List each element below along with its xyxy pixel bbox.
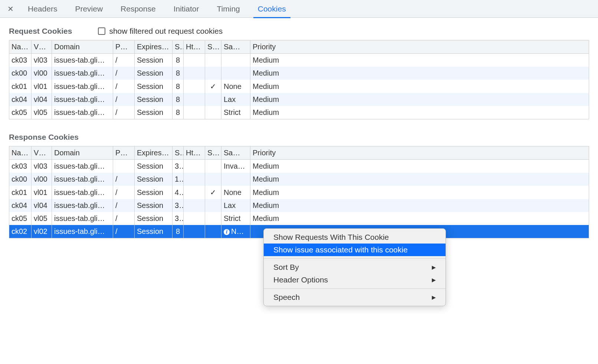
col-header-http[interactable]: Ht…: [184, 146, 205, 160]
table-row[interactable]: ck00vl00issues-tab.gli…/Session8Medium: [9, 67, 589, 80]
table-row[interactable]: ck05vl05issues-tab.gli…/Session8StrictMe…: [9, 106, 589, 119]
close-icon[interactable]: ✕: [4, 4, 19, 13]
table-row[interactable]: ck01vl01issues-tab.gli…/Session8✓NoneMed…: [9, 80, 589, 93]
filter-checkbox[interactable]: [98, 27, 105, 35]
table-cell: ck00: [9, 67, 32, 80]
table-cell: Medium: [250, 173, 589, 186]
filter-checkbox-wrap[interactable]: show filtered out request cookies: [98, 27, 223, 36]
table-cell: Medium: [250, 54, 589, 67]
table-cell: [205, 67, 221, 80]
table-cell: vl03: [32, 54, 52, 67]
menu-divider: [264, 258, 446, 259]
table-cell: Session: [135, 225, 172, 238]
table-cell: ck00: [9, 173, 32, 186]
col-header-http[interactable]: Ht…: [184, 40, 205, 54]
table-cell: Medium: [250, 199, 589, 212]
table-cell: Medium: [250, 106, 589, 119]
chevron-right-icon: ▶: [432, 264, 436, 270]
info-icon: i: [224, 229, 230, 235]
table-cell: Lax: [221, 93, 250, 106]
col-header-samesite[interactable]: Sa…: [221, 40, 250, 54]
col-header-domain[interactable]: Domain: [52, 40, 113, 54]
menu-item-label: Speech: [273, 293, 300, 302]
table-cell: 3..: [172, 199, 184, 212]
table-cell: ✓: [205, 80, 221, 93]
table-cell: vl05: [32, 106, 52, 119]
col-header-size[interactable]: S.: [172, 40, 184, 54]
table-row[interactable]: ck04vl04issues-tab.gli…/Session3..LaxMed…: [9, 199, 589, 212]
table-cell: issues-tab.gli…: [52, 225, 113, 238]
col-header-priority[interactable]: Priority: [250, 40, 589, 54]
col-header-name[interactable]: Na…: [9, 146, 32, 160]
menu-show-issue[interactable]: Show issue associated with this cookie: [264, 244, 446, 256]
table-cell: ck04: [9, 93, 32, 106]
table-row[interactable]: ck00vl00issues-tab.gli…/Session1..Medium: [9, 173, 589, 186]
table-cell: Medium: [250, 80, 589, 93]
table-cell: iN…: [221, 225, 250, 238]
tab-preview[interactable]: Preview: [66, 0, 112, 18]
table-cell: [184, 199, 205, 212]
col-header-expires[interactable]: Expires…: [135, 40, 172, 54]
table-cell: [221, 67, 250, 80]
table-cell: Inva…: [221, 160, 250, 173]
cookies-panel: Request Cookies show filtered out reques…: [0, 18, 598, 244]
table-row[interactable]: ck03vl03issues-tab.gli…/Session8Medium: [9, 54, 589, 67]
table-cell: 3..: [172, 212, 184, 225]
table-cell: [184, 212, 205, 225]
col-header-samesite[interactable]: Sa…: [221, 146, 250, 160]
col-header-name[interactable]: Na…: [9, 40, 32, 54]
table-cell: issues-tab.gli…: [52, 199, 113, 212]
col-header-expires[interactable]: Expires…: [135, 146, 172, 160]
table-cell: vl00: [32, 173, 52, 186]
menu-speech[interactable]: Speech ▶: [264, 291, 446, 304]
col-header-domain[interactable]: Domain: [52, 146, 113, 160]
menu-header-options[interactable]: Header Options ▶: [264, 274, 446, 286]
tab-timing[interactable]: Timing: [208, 0, 249, 18]
table-row[interactable]: ck03vl03issues-tab.gli…Session3..Inva…Me…: [9, 160, 589, 173]
tab-response[interactable]: Response: [112, 0, 165, 18]
table-cell: ✓: [205, 186, 221, 199]
col-header-value[interactable]: V…: [32, 146, 52, 160]
table-cell: 8: [172, 67, 184, 80]
col-header-path[interactable]: P…: [113, 40, 135, 54]
response-cookies-header: Response Cookies: [9, 133, 589, 142]
table-cell: Session: [135, 67, 172, 80]
table-cell: issues-tab.gli…: [52, 212, 113, 225]
table-cell: [184, 160, 205, 173]
table-row[interactable]: ck04vl04issues-tab.gli…/Session8LaxMediu…: [9, 93, 589, 106]
table-cell: ck05: [9, 212, 32, 225]
table-cell: /: [113, 54, 135, 67]
table-cell: Session: [135, 186, 172, 199]
table-cell: Session: [135, 173, 172, 186]
context-menu: Show Requests With This Cookie Show issu…: [263, 228, 446, 306]
col-header-path[interactable]: P…: [113, 146, 135, 160]
table-cell: None: [221, 80, 250, 93]
table-cell: Strict: [221, 212, 250, 225]
tab-initiator[interactable]: Initiator: [165, 0, 208, 18]
table-cell: issues-tab.gli…: [52, 173, 113, 186]
table-cell: [184, 106, 205, 119]
table-cell: /: [113, 173, 135, 186]
table-cell: Session: [135, 54, 172, 67]
table-row[interactable]: ck01vl01issues-tab.gli…/Session4..✓NoneM…: [9, 186, 589, 199]
table-cell: /: [113, 67, 135, 80]
col-header-size[interactable]: S.: [172, 146, 184, 160]
menu-sort-by[interactable]: Sort By ▶: [264, 261, 446, 274]
table-row[interactable]: ck05vl05issues-tab.gli…/Session3..Strict…: [9, 212, 589, 225]
col-header-secure[interactable]: S…: [205, 40, 221, 54]
table-cell: ck03: [9, 54, 32, 67]
menu-show-requests[interactable]: Show Requests With This Cookie: [264, 231, 446, 244]
table-cell: issues-tab.gli…: [52, 93, 113, 106]
table-cell: [184, 93, 205, 106]
col-header-priority[interactable]: Priority: [250, 146, 589, 160]
tab-headers[interactable]: Headers: [19, 0, 66, 18]
tab-cookies[interactable]: Cookies: [249, 0, 295, 18]
table-cell: vl01: [32, 80, 52, 93]
menu-item-label: Header Options: [273, 275, 328, 284]
table-cell: [221, 54, 250, 67]
table-cell: Session: [135, 106, 172, 119]
table-cell: [205, 160, 221, 173]
table-cell: /: [113, 93, 135, 106]
col-header-secure[interactable]: S…: [205, 146, 221, 160]
col-header-value[interactable]: V…: [32, 40, 52, 54]
